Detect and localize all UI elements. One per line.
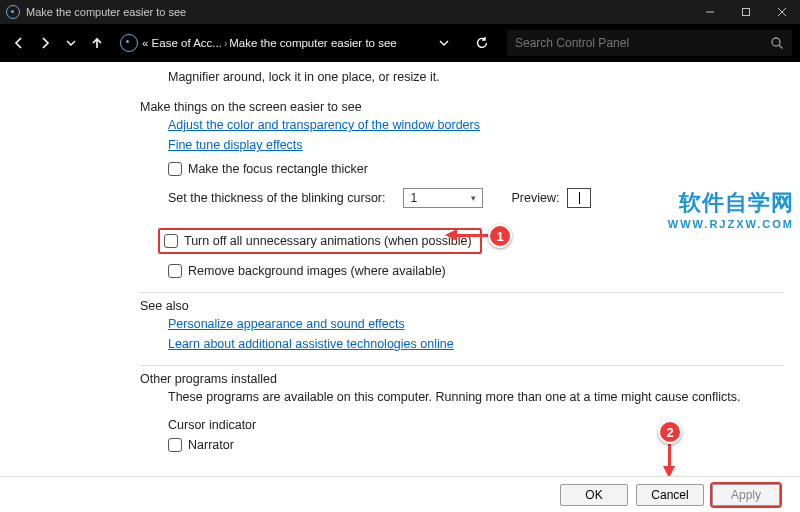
navbar: « Ease of Acc... › Make the computer eas… <box>0 24 800 62</box>
chevron-down-icon: ▾ <box>471 193 476 203</box>
cancel-button[interactable]: Cancel <box>636 484 704 506</box>
recent-button[interactable] <box>60 32 82 54</box>
titlebar: Make the computer easier to see <box>0 0 800 24</box>
caret-preview <box>579 192 581 204</box>
annotation-badge-1: 1 <box>488 224 512 248</box>
content-area: Magnifier around, lock it in one place, … <box>0 62 800 476</box>
window-title: Make the computer easier to see <box>26 6 186 18</box>
highlight-box-1: Turn off all unnecessary animations (whe… <box>158 228 482 254</box>
button-bar: OK Cancel Apply <box>0 476 800 512</box>
ok-button[interactable]: OK <box>560 484 628 506</box>
search-icon <box>770 36 784 50</box>
section-heading-screen: Make things on the screen easier to see <box>140 100 784 114</box>
crumb-2[interactable]: Make the computer easier to see <box>229 37 396 49</box>
breadcrumb[interactable]: « Ease of Acc... › Make the computer eas… <box>116 30 461 56</box>
dropdown-value: 1 <box>410 191 417 205</box>
checkbox-focus-thicker[interactable] <box>168 162 182 176</box>
watermark-line1: 软件自学网 <box>668 188 794 218</box>
refresh-button[interactable] <box>471 32 493 54</box>
chevron-right-icon: › <box>224 38 227 49</box>
up-button[interactable] <box>86 32 108 54</box>
link-adjust-color[interactable]: Adjust the color and transparency of the… <box>168 118 480 132</box>
divider <box>140 292 784 293</box>
label-turn-off-animations: Turn off all unnecessary animations (whe… <box>184 234 472 248</box>
svg-point-4 <box>772 38 780 46</box>
search-box[interactable] <box>507 30 792 56</box>
maximize-button[interactable] <box>728 0 764 24</box>
label-narrator: Narrator <box>188 438 234 452</box>
crumb-1[interactable]: « Ease of Acc... <box>142 37 222 49</box>
preview-box <box>567 188 591 208</box>
label-remove-bg: Remove background images (where availabl… <box>188 264 446 278</box>
svg-rect-1 <box>743 9 750 16</box>
checkbox-turn-off-animations[interactable] <box>164 234 178 248</box>
checkbox-remove-bg[interactable] <box>168 264 182 278</box>
search-input[interactable] <box>515 36 770 50</box>
label-cursor-indicator: Cursor indicator <box>168 418 784 432</box>
watermark: 软件自学网 WWW.RJZXW.COM <box>668 188 794 230</box>
link-fine-tune[interactable]: Fine tune display effects <box>168 138 303 152</box>
link-assistive[interactable]: Learn about additional assistive technol… <box>168 337 454 351</box>
dropdown-cursor-thickness[interactable]: 1 ▾ <box>403 188 483 208</box>
link-personalize[interactable]: Personalize appearance and sound effects <box>168 317 405 331</box>
minimize-button[interactable] <box>692 0 728 24</box>
app-icon <box>6 5 20 19</box>
watermark-line2: WWW.RJZXW.COM <box>668 218 794 230</box>
other-desc: These programs are available on this com… <box>168 390 784 404</box>
control-panel-icon <box>120 34 138 52</box>
label-focus-thicker: Make the focus rectangle thicker <box>188 162 368 176</box>
checkbox-narrator[interactable] <box>168 438 182 452</box>
label-cursor-thickness: Set the thickness of the blinking cursor… <box>168 191 385 205</box>
section-heading-other: Other programs installed <box>140 372 784 386</box>
close-button[interactable] <box>764 0 800 24</box>
divider-2 <box>140 365 784 366</box>
back-button[interactable] <box>8 32 30 54</box>
breadcrumb-dropdown[interactable] <box>433 32 455 54</box>
forward-button[interactable] <box>34 32 56 54</box>
svg-line-5 <box>779 45 783 49</box>
magnifier-desc-tail: Magnifier around, lock it in one place, … <box>168 70 784 84</box>
annotation-badge-2: 2 <box>658 420 682 444</box>
apply-button[interactable]: Apply <box>712 484 780 506</box>
section-heading-seealso: See also <box>140 299 784 313</box>
label-preview: Preview: <box>511 191 559 205</box>
